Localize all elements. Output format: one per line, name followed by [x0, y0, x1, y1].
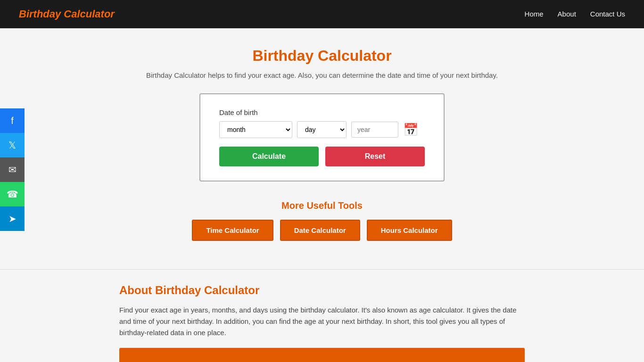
brand-logo[interactable]: Birthday Calculator	[19, 8, 115, 20]
nav-link-about[interactable]: About	[558, 10, 576, 18]
calendar-icon[interactable]: 📅	[403, 123, 418, 137]
telegram-share-button[interactable]: ➤	[0, 206, 25, 231]
about-section: About Birthday Calculator Find your exac…	[110, 284, 534, 362]
calculate-button[interactable]: Calculate	[219, 147, 319, 166]
hours-calculator-button[interactable]: Hours Calculator	[367, 220, 452, 241]
tools-buttons: Time Calculator Date Calculator Hours Ca…	[119, 220, 525, 241]
time-calculator-button[interactable]: Time Calculator	[192, 220, 273, 241]
date-calculator-button[interactable]: Date Calculator	[280, 220, 360, 241]
year-input[interactable]	[351, 122, 398, 138]
month-select[interactable]: month January February March April May J…	[219, 121, 292, 138]
whatsapp-share-button[interactable]: ☎	[0, 182, 25, 206]
separator	[0, 269, 644, 270]
nav-links: Home About Contact Us	[525, 10, 625, 18]
buttons-row: Calculate Reset	[219, 147, 425, 166]
more-tools-title: More Useful Tools	[119, 200, 525, 211]
about-title: About Birthday Calculator	[119, 284, 525, 297]
dob-label: Date of birth	[219, 108, 425, 116]
nav-link-contact[interactable]: Contact Us	[590, 10, 625, 18]
nav-link-home[interactable]: Home	[525, 10, 544, 18]
orange-bar-image	[119, 348, 525, 362]
more-tools-section: More Useful Tools Time Calculator Date C…	[119, 200, 525, 241]
navbar: Birthday Calculator Home About Contact U…	[0, 0, 644, 28]
page-subtitle: Birthday Calculator helps to find your e…	[119, 71, 525, 79]
facebook-share-button[interactable]: f	[0, 108, 25, 133]
day-select[interactable]: day 1234 5678 9101112 13141516 17181920 …	[297, 121, 347, 138]
twitter-share-button[interactable]: 𝕏	[0, 133, 25, 157]
main-content: Birthday Calculator Birthday Calculator …	[110, 28, 534, 250]
reset-button[interactable]: Reset	[325, 147, 425, 166]
calculator-box: Date of birth month January February Mar…	[199, 93, 445, 181]
social-sidebar: f 𝕏 ✉ ☎ ➤	[0, 108, 25, 231]
email-share-button[interactable]: ✉	[0, 157, 25, 182]
inputs-row: month January February March April May J…	[219, 121, 425, 138]
page-title: Birthday Calculator	[119, 47, 525, 65]
about-text: Find your exact age in years, months, an…	[119, 304, 525, 338]
